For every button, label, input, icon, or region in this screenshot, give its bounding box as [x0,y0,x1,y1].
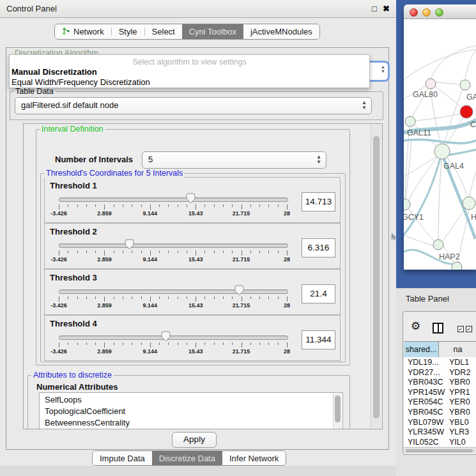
tab-network[interactable]: Network [55,24,111,39]
zoom-traffic-light-icon[interactable] [435,8,443,17]
panel-scrollbar[interactable] [371,125,381,427]
tab-jactivemnodules[interactable]: jActiveMNodules [243,24,319,39]
cell-shared-name[interactable]: YDL19... [408,358,439,367]
cell-shared-name[interactable]: YBR045C [408,408,443,417]
table-row[interactable]: YER054CYER0 [404,397,476,407]
cell-name[interactable]: YLR3 [449,427,469,436]
table-data-combobox[interactable]: galFiltered.sif default node ▲▼ [15,97,372,114]
scrollbar-thumb[interactable] [373,136,380,418]
cell-shared-name[interactable]: YIL052C [408,438,439,447]
network-node-GCY1[interactable] [404,199,410,210]
table-row[interactable]: YBL079WYBL0 [404,417,476,427]
table-row[interactable]: YBR043CYBR0 [404,377,476,387]
close-traffic-light-icon[interactable] [410,8,418,17]
network-node-HAP2[interactable] [433,240,443,250]
network-edge[interactable] [465,47,476,80]
slider-handle[interactable] [186,193,196,204]
number-of-intervals-combobox[interactable]: 5 ▲▼ [142,151,326,169]
table-row[interactable]: YLR345WYLR3 [404,427,476,437]
numerical-attributes-list[interactable]: SelfLoopsTopologicalCoefficientBetweenne… [39,392,343,429]
list-scrollbar[interactable] [333,394,342,429]
slider-handle[interactable] [161,331,171,342]
network-edge[interactable] [444,89,463,144]
network-edge[interactable] [415,114,461,121]
slider-handle[interactable] [125,239,134,250]
cell-name[interactable]: YBR0 [449,378,470,387]
checkbox-icon[interactable]: ✓ [457,326,464,332]
network-node-GAL4[interactable] [434,144,450,159]
tab-discretize-data[interactable]: Discretize Data [152,451,222,465]
table-row[interactable]: YPR145WYPR1 [404,387,476,397]
network-edge[interactable] [442,208,466,242]
network-edge[interactable] [446,116,464,146]
network-edge[interactable] [435,86,462,108]
cell-shared-name[interactable]: YER054C [408,397,443,406]
apply-button[interactable]: Apply [172,432,217,448]
network-edge[interactable] [404,234,433,246]
scrollbar-thumb[interactable] [406,449,473,452]
minor-tick [141,342,142,345]
table-row[interactable]: YDR27...YDR2 [404,367,476,378]
cell-name[interactable]: YIL0 [449,438,466,447]
checkbox-icon[interactable]: ✓ [466,326,472,332]
minimize-traffic-light-icon[interactable] [422,8,431,17]
attribute-list-item[interactable]: TopologicalCoefficient [45,406,125,416]
dropdown-option-equal-width-frequency[interactable]: Equal Width/Frequency Discretization [12,77,150,87]
tab-select[interactable]: Select [145,24,182,39]
columns-icon[interactable] [433,323,443,334]
network-edge[interactable] [404,49,476,82]
cell-shared-name[interactable]: YLR345W [408,427,444,436]
column-header-name[interactable]: na [439,342,476,357]
cell-name[interactable]: YPR1 [449,388,470,397]
network-edge[interactable] [404,155,441,239]
cell-shared-name[interactable]: YBR043C [408,378,443,387]
tab-impute-data[interactable]: Impute Data [93,451,152,465]
gear-icon[interactable]: ⚙ [411,321,420,332]
network-window-titlebar[interactable] [404,4,476,19]
network-node-GAL80[interactable] [426,79,436,89]
cell-name[interactable]: YBR0 [449,408,470,417]
network-canvas[interactable]: GAL80GACGAL11GAL4GCY1HHAP2 [404,19,476,270]
cell-shared-name[interactable]: YDR27... [408,368,440,377]
threshold-value-field[interactable]: 11.344 [302,330,335,349]
slider-track[interactable] [59,197,288,202]
table-horizontal-scrollbar[interactable] [404,447,476,453]
tab-infer-network[interactable]: Infer Network [222,451,286,465]
cell-name[interactable]: YDL1 [449,358,469,367]
network-node-partial[interactable] [452,262,462,270]
close-panel-button[interactable]: ✖ [383,4,390,13]
attribute-list-item[interactable]: BetweennessCentrality [45,418,130,427]
tab-style[interactable]: Style [112,24,144,39]
slider-handle[interactable] [234,285,244,296]
tab-cyni-toolbox[interactable]: Cyni Toolbox [182,24,243,39]
network-node-H[interactable] [463,197,475,210]
threshold-value-field[interactable]: 14.713 [302,192,335,211]
scrollbar-thumb[interactable] [335,395,341,422]
threshold-value-field[interactable]: 6.316 [302,238,335,257]
cell-name[interactable]: YBL0 [449,418,469,427]
cell-shared-name[interactable]: YBL079W [408,418,443,427]
network-edge[interactable] [438,159,441,240]
network-edge[interactable] [436,82,460,84]
panel-footer-strip [0,466,396,476]
cell-name[interactable]: YER0 [449,397,470,406]
cell-name[interactable]: YDR2 [449,368,470,377]
slider-track[interactable] [59,335,288,340]
network-edge[interactable] [409,157,437,200]
slider-track[interactable] [59,289,288,294]
attribute-list-item[interactable]: SelfLoops [45,395,82,404]
table-rows[interactable]: YDL19...YDL1YDR27...YDR2YBR043CYBR0YPR14… [404,357,476,447]
network-node-C[interactable] [460,105,473,118]
network-node-GA[interactable] [460,80,470,90]
threshold-value-field[interactable]: 21.4 [302,284,335,303]
cell-shared-name[interactable]: YPR145W [408,388,445,397]
table-row[interactable]: YIL052CYIL0 [404,437,476,447]
network-edge[interactable] [470,169,476,197]
table-row[interactable]: YDL19...YDL1 [404,357,476,367]
table-row[interactable]: YBR045CYBR0 [404,407,476,417]
column-header-shared-name[interactable]: shared... [404,342,439,357]
dropdown-option-manual-discretization[interactable]: Manual Discretization [12,67,97,77]
slider-track[interactable] [59,243,288,248]
float-window-button[interactable]: □ [372,4,377,13]
network-node-GAL11[interactable] [405,116,415,127]
